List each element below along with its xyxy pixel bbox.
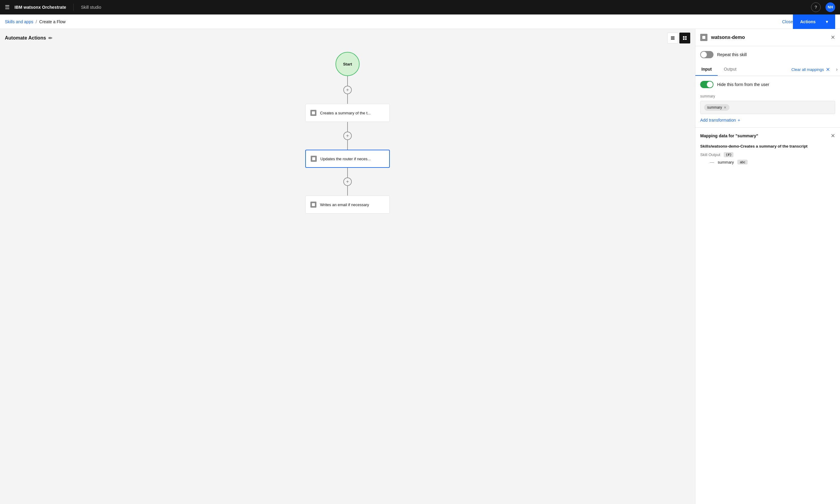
view-grid-button[interactable]: [679, 33, 690, 43]
brand-name: IBM watsonx Orchestrate: [15, 5, 66, 10]
flow-node-1-icon: [310, 110, 316, 116]
top-navigation: ☰ IBM watsonx Orchestrate Skill studio ?…: [0, 0, 840, 15]
svg-rect-7: [312, 111, 315, 114]
main-layout: Automate Actions ✏ Start: [0, 29, 840, 504]
connector-6: [347, 186, 348, 196]
nav-right-controls: ? NH: [811, 2, 835, 12]
connector-2: [347, 94, 348, 104]
clear-all-mappings-button[interactable]: Clear all mappings: [788, 63, 834, 76]
connector-3: [347, 122, 348, 131]
svg-rect-9: [312, 203, 315, 206]
edit-title-icon[interactable]: ✏: [48, 35, 52, 41]
add-step-button-1[interactable]: +: [343, 86, 352, 94]
canvas-toolbar: Automate Actions ✏: [0, 29, 695, 47]
skill-output-icon: {#}: [724, 152, 733, 157]
tabs-more-button[interactable]: ›: [834, 63, 840, 76]
avatar-initials: NH: [828, 5, 833, 10]
tab-input[interactable]: Input: [695, 63, 718, 76]
summary-tag: summary ×: [704, 104, 730, 111]
input-section: Hide this form from the user summary sum…: [695, 76, 840, 127]
mapping-source-path: Skills/watsonx-demo-Creates a summary of…: [700, 144, 835, 148]
panel-close-button[interactable]: ✕: [830, 34, 835, 41]
skill-output-label: Skill Output: [700, 152, 720, 157]
svg-rect-6: [685, 38, 687, 40]
flow-node-2-label: Updates the router if neces...: [320, 157, 371, 161]
panel-skill-icon: [700, 34, 707, 41]
tag-value: summary: [707, 105, 722, 110]
breadcrumb-current: Create a Flow: [39, 19, 66, 24]
clear-mappings-icon: [826, 67, 830, 72]
canvas-title-text: Automate Actions: [5, 35, 46, 41]
mapping-dash: —: [710, 160, 714, 164]
clear-mappings-label: Clear all mappings: [791, 67, 824, 72]
start-node-label: Start: [343, 62, 352, 66]
mapping-header: Mapping data for "summary" ✕: [700, 132, 835, 139]
user-avatar[interactable]: NH: [825, 2, 835, 12]
repeat-skill-row: Repeat this skill: [695, 46, 840, 63]
mapping-type-badge: abc: [737, 160, 748, 164]
breadcrumb-separator: /: [36, 19, 37, 24]
start-node[interactable]: Start: [335, 52, 360, 76]
page-title: Skill studio: [81, 5, 101, 10]
svg-rect-2: [671, 39, 675, 39]
help-button[interactable]: ?: [811, 2, 821, 12]
right-panel: watsonx-demo ✕ Repeat this skill Input O…: [695, 29, 840, 504]
mapping-close-button[interactable]: ✕: [830, 132, 835, 139]
add-transformation-icon: +: [738, 118, 740, 123]
svg-rect-8: [312, 157, 315, 160]
mapping-skill-row: Skill Output {#}: [700, 152, 835, 157]
action-icon: [312, 111, 315, 115]
hide-form-toggle-knob: [707, 82, 713, 88]
add-transformation-label: Add transformation: [700, 118, 736, 123]
canvas-title-group: Automate Actions ✏: [5, 35, 52, 41]
canvas-area: Automate Actions ✏ Start: [0, 29, 695, 504]
toggle-knob: [701, 52, 707, 58]
nav-divider: [73, 4, 74, 11]
mapping-output-name: summary: [718, 160, 734, 164]
connector-4: [347, 140, 348, 150]
svg-rect-5: [683, 38, 684, 40]
flow-node-1-label: Creates a summary of the t...: [320, 111, 371, 115]
view-list-button[interactable]: [667, 33, 678, 43]
flow-node-3-label: Writes an email if necessary: [320, 202, 369, 207]
mapping-title: Mapping data for "summary": [700, 133, 758, 138]
action-icon-3: [312, 203, 315, 206]
panel-header: watsonx-demo ✕: [695, 29, 840, 46]
svg-rect-4: [685, 36, 687, 38]
repeat-skill-label: Repeat this skill: [717, 52, 747, 57]
skills-and-apps-link[interactable]: Skills and apps: [5, 19, 33, 24]
flow-node-3-icon: [310, 202, 316, 208]
flow-node-2[interactable]: Updates the router if neces...: [305, 150, 390, 168]
actions-tab[interactable]: Actions ▾: [793, 15, 835, 29]
add-step-button-3[interactable]: +: [343, 178, 352, 186]
field-label: summary: [700, 94, 835, 98]
grid-view-icon: [682, 36, 687, 40]
close-button[interactable]: Close: [782, 19, 793, 24]
tag-remove-button[interactable]: ×: [724, 105, 726, 110]
actions-tab-label: Actions: [800, 19, 816, 24]
breadcrumb-bar: Skills and apps / Create a Flow Close Ac…: [0, 15, 840, 29]
connector-1: [347, 76, 348, 86]
svg-rect-3: [683, 36, 684, 38]
actions-tab-chevron: ▾: [826, 19, 828, 24]
tab-output[interactable]: Output: [718, 63, 742, 76]
flow-container: Start + Creates a summary of the t... +: [0, 47, 695, 504]
summary-tag-input[interactable]: summary ×: [700, 101, 835, 114]
flow-node-2-icon: [311, 156, 317, 162]
hide-form-label: Hide this form from the user: [717, 82, 769, 87]
flow-node-1[interactable]: Creates a summary of the t...: [305, 104, 390, 122]
add-step-button-2[interactable]: +: [343, 131, 352, 140]
svg-rect-1: [671, 38, 675, 38]
panel-skill-name: watsonx-demo: [711, 35, 827, 40]
hamburger-menu-icon[interactable]: ☰: [5, 4, 10, 11]
list-view-icon: [670, 36, 675, 40]
help-icon: ?: [815, 5, 817, 10]
panel-tabs: Input Output Clear all mappings ›: [695, 63, 840, 76]
skill-icon: [702, 36, 706, 39]
hide-form-toggle[interactable]: [700, 81, 714, 88]
add-transformation-button[interactable]: Add transformation +: [700, 118, 740, 123]
flow-node-3[interactable]: Writes an email if necessary: [305, 196, 390, 214]
view-toggle-group: [667, 33, 690, 43]
repeat-skill-toggle[interactable]: [700, 51, 714, 58]
mapping-panel: Mapping data for "summary" ✕ Skills/wats…: [695, 127, 840, 169]
